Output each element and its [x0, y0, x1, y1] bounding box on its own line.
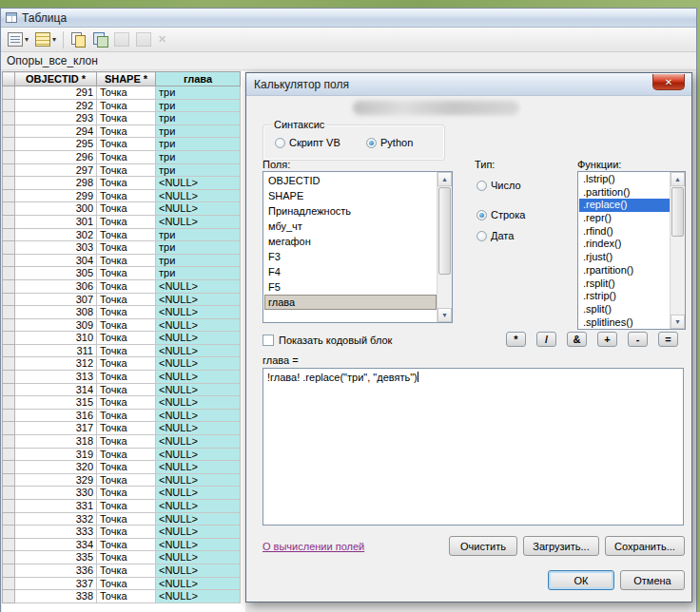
row-selector[interactable] — [3, 409, 15, 422]
table-row[interactable]: 291Точкатри — [3, 86, 241, 100]
column-header-glava[interactable]: глава — [156, 72, 241, 86]
table-row[interactable]: 306Точка<NULL> — [3, 279, 241, 293]
field-item[interactable]: мбу_чт — [264, 219, 437, 234]
function-item[interactable]: .repr() — [579, 212, 670, 225]
row-selector[interactable] — [3, 279, 15, 293]
field-item[interactable]: мегафон — [264, 234, 437, 249]
table-row[interactable]: 337Точка<NULL> — [3, 577, 241, 590]
function-item[interactable]: .lstrip() — [579, 173, 670, 186]
row-selector[interactable] — [3, 124, 15, 138]
table-row[interactable]: 296Точкатри — [3, 150, 241, 163]
radio-string[interactable]: Строка — [476, 209, 525, 220]
table-row[interactable]: 314Точка<NULL> — [3, 383, 241, 396]
functions-scrollbar[interactable]: ▲ ▼ — [670, 172, 685, 329]
table-row[interactable]: 320Точка<NULL> — [3, 461, 241, 474]
row-selector[interactable] — [3, 371, 15, 384]
row-selector[interactable] — [3, 590, 15, 603]
row-selector[interactable] — [3, 138, 15, 151]
table-row[interactable]: 316Точка<NULL> — [3, 409, 241, 422]
table-row[interactable]: 298Точка<NULL> — [3, 177, 241, 190]
table-row[interactable]: 329Точка<NULL> — [3, 473, 241, 487]
table-row[interactable]: 318Точка<NULL> — [3, 435, 241, 449]
row-selector[interactable] — [3, 112, 15, 125]
switch-selection-button[interactable] — [89, 29, 110, 50]
column-header-objectid[interactable]: OBJECTID * — [15, 72, 97, 86]
table-row[interactable]: 309Точка<NULL> — [3, 318, 241, 332]
table-row[interactable]: 299Точка<NULL> — [3, 189, 241, 202]
row-selector[interactable] — [3, 344, 15, 357]
row-selector[interactable] — [3, 241, 15, 255]
operator-button[interactable]: = — [658, 332, 678, 347]
field-item[interactable]: F3 — [264, 249, 437, 264]
table-row[interactable]: 301Точка<NULL> — [3, 215, 241, 228]
radio-python[interactable]: Python — [366, 137, 413, 148]
table-row[interactable]: 302Точкатри — [3, 228, 241, 241]
show-codeblock-checkbox[interactable]: Показать кодовый блок — [262, 335, 392, 346]
row-selector[interactable] — [3, 526, 15, 539]
table-row[interactable]: 311Точка<NULL> — [3, 344, 241, 357]
row-selector[interactable] — [3, 357, 15, 371]
scroll-down-icon[interactable]: ▼ — [438, 308, 452, 322]
row-selector[interactable] — [3, 293, 15, 306]
table-window-titlebar[interactable]: Таблица — [1, 9, 696, 28]
table-row[interactable]: 319Точка<NULL> — [3, 448, 241, 461]
table-options-button[interactable]: ▾ — [5, 29, 31, 50]
function-item[interactable]: .replace() — [579, 199, 670, 212]
row-selector[interactable] — [3, 383, 15, 396]
scroll-up-icon[interactable]: ▲ — [438, 172, 452, 186]
about-field-calculation-link[interactable]: О вычислении полей — [262, 541, 364, 552]
row-selector[interactable] — [3, 435, 15, 449]
radio-date[interactable]: Дата — [476, 230, 514, 241]
table-row[interactable]: 336Точка<NULL> — [3, 564, 241, 577]
expression-input[interactable]: !глава! .replace("три", "девять") — [262, 368, 684, 526]
scrollbar-thumb[interactable] — [671, 187, 684, 237]
cancel-button[interactable]: Отмена — [620, 570, 685, 590]
row-selector[interactable] — [3, 500, 15, 513]
radio-vb-script[interactable]: Скрипт VB — [275, 137, 340, 148]
related-tables-button[interactable]: ▾ — [32, 29, 59, 50]
table-row[interactable]: 334Точка<NULL> — [3, 538, 241, 551]
row-selector[interactable] — [3, 564, 15, 577]
scrollbar-thumb[interactable] — [438, 187, 451, 275]
field-item[interactable]: Принадлежность — [264, 203, 437, 219]
row-selector[interactable] — [3, 163, 15, 177]
row-selector[interactable] — [3, 99, 15, 112]
function-item[interactable]: .rsplit() — [579, 277, 670, 291]
row-selector[interactable] — [3, 306, 15, 319]
field-item[interactable]: OBJECTID — [264, 173, 437, 188]
fields-scrollbar[interactable]: ▲ ▼ — [437, 172, 452, 322]
table-row[interactable]: 292Точкатри — [3, 99, 241, 112]
field-item[interactable]: F4 — [264, 264, 437, 279]
load-button[interactable]: Загрузить... — [523, 536, 599, 556]
dialog-titlebar[interactable]: Калькулятор поля — [246, 73, 691, 96]
table-row[interactable]: 338Точка<NULL> — [3, 590, 241, 603]
row-selector[interactable] — [3, 577, 15, 590]
radio-number[interactable]: Число — [476, 180, 521, 191]
table-row[interactable]: 297Точкатри — [3, 163, 241, 177]
operator-button[interactable]: - — [628, 332, 648, 347]
table-row[interactable]: 304Точкатри — [3, 254, 241, 267]
row-selector[interactable] — [3, 396, 15, 410]
operator-button[interactable]: + — [597, 332, 617, 347]
scroll-up-icon[interactable]: ▲ — [671, 172, 685, 186]
table-row[interactable]: 300Точка<NULL> — [3, 202, 241, 216]
field-item[interactable]: SHAPE — [264, 188, 437, 203]
operator-button[interactable]: * — [506, 332, 526, 347]
row-selector[interactable] — [3, 228, 15, 241]
function-item[interactable]: .partition() — [579, 186, 670, 200]
function-item[interactable]: .rpartition() — [579, 264, 670, 277]
table-row[interactable]: 315Точка<NULL> — [3, 396, 241, 410]
table-row[interactable]: 308Точка<NULL> — [3, 306, 241, 319]
table-row[interactable]: 295Точкатри — [3, 138, 241, 151]
table-row[interactable]: 305Точкатри — [3, 267, 241, 280]
table-row[interactable]: 294Точкатри — [3, 124, 241, 138]
function-item[interactable]: .rindex() — [579, 238, 670, 251]
column-header-shape[interactable]: SHAPE * — [97, 72, 156, 86]
row-selector[interactable] — [3, 177, 15, 190]
table-row[interactable]: 310Точка<NULL> — [3, 332, 241, 345]
table-row[interactable]: 303Точкатри — [3, 241, 241, 255]
field-item[interactable]: глава — [264, 295, 437, 310]
corner-header[interactable] — [3, 72, 15, 86]
ok-button[interactable]: ОК — [548, 570, 614, 590]
row-selector[interactable] — [3, 538, 15, 551]
